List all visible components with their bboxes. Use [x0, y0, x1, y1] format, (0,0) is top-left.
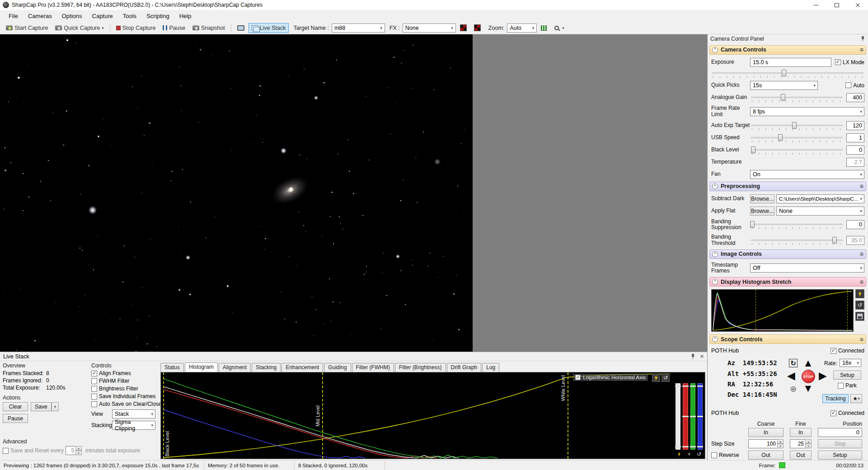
section-menu-icon[interactable]: ≡ [860, 278, 863, 286]
zoom-dropdown[interactable]: Auto ▾ [507, 24, 537, 33]
slew-stop-button[interactable]: STOP [802, 370, 815, 383]
reset-mini-button[interactable]: ↺ [695, 451, 703, 458]
tracking-rate-star-button[interactable]: ★▾ [850, 394, 862, 403]
fit-mini-button[interactable]: + [685, 451, 693, 458]
save-dropdown-button[interactable]: ▾ [52, 402, 59, 411]
focuser-stop-button[interactable]: Stop [818, 439, 862, 448]
timestamp-frames-dropdown[interactable]: Off ▾ [750, 263, 864, 273]
save-individual-checkbox[interactable] [91, 394, 97, 400]
focus-in-coarse-button[interactable]: In [748, 428, 784, 437]
black-level-value[interactable]: 0 [846, 146, 864, 155]
slew-down-button[interactable]: ▼ [803, 383, 813, 394]
preview-display-button[interactable] [234, 24, 248, 33]
brightness-filter-checkbox[interactable] [91, 386, 97, 392]
close-button[interactable] [847, 0, 868, 10]
tab-histogram[interactable]: Histogram [185, 362, 218, 372]
section-menu-icon[interactable]: ≡ [860, 336, 863, 343]
focus-in-fine-button[interactable]: In [790, 428, 812, 437]
start-capture-button[interactable]: Start Capture [3, 23, 51, 33]
flat-checker-button[interactable] [471, 23, 484, 33]
reset-stretch-button[interactable]: ↺ [662, 374, 670, 382]
menu-scripting[interactable]: Scripting [141, 11, 174, 21]
park-checkbox[interactable] [838, 383, 844, 389]
black-level-slider[interactable] [750, 146, 844, 155]
spin-up-icon[interactable]: ▲ [75, 446, 82, 451]
fx-dropdown[interactable]: None ▾ [403, 24, 456, 33]
blue-level-slider[interactable] [698, 383, 703, 450]
focus-out-fine-button[interactable]: Out [790, 451, 812, 460]
display-histogram-section-header[interactable]: ⌃ Display Histogram Stretch ≡ [709, 277, 866, 287]
apply-flat-dropdown[interactable]: None ▾ [776, 207, 864, 216]
slider-thumb[interactable] [782, 70, 786, 76]
exposure-slider[interactable] [711, 69, 864, 78]
camera-preview-image[interactable] [0, 34, 473, 352]
auto-exp-target-slider[interactable] [750, 121, 844, 130]
menu-capture[interactable]: Capture [87, 11, 118, 21]
tab-guiding[interactable]: Guiding [324, 363, 351, 372]
pin-icon[interactable] [690, 354, 695, 359]
frame-rate-dropdown[interactable]: 8 fps ▾ [750, 107, 864, 116]
apply-flat-browse-button[interactable]: Browse... [750, 207, 774, 216]
tab-enhancement[interactable]: Enhancement [282, 363, 323, 372]
rate-dropdown[interactable]: 16x ▾ [840, 359, 861, 367]
clear-button[interactable]: Clear [3, 402, 28, 411]
log-axis-checkbox[interactable] [575, 375, 581, 380]
close-icon[interactable] [700, 354, 704, 358]
auto-exp-target-value[interactable]: 120 [846, 121, 864, 130]
align-frames-checkbox[interactable] [91, 371, 97, 376]
quick-picks-dropdown[interactable]: 15s ▾ [750, 81, 818, 90]
banding-suppression-value[interactable]: 0 [846, 220, 864, 229]
save-reset-spinner[interactable]: 5 ▲▼ [66, 446, 82, 455]
auto-stretch-button[interactable] [652, 374, 660, 382]
auto-stretch-mini-button[interactable] [676, 451, 683, 458]
maximize-button[interactable] [826, 0, 847, 10]
focuser-setup-button[interactable]: Setup [818, 451, 862, 460]
slew-up-button[interactable]: ▲ [803, 358, 813, 368]
spin-up-icon[interactable]: ▲ [805, 439, 812, 444]
dark-checker-button[interactable] [457, 23, 470, 33]
tab-drift-graph[interactable]: Drift Graph [447, 363, 482, 372]
white-level-line[interactable] [568, 372, 568, 459]
auto-stretch-button[interactable] [855, 289, 864, 298]
tab-log[interactable]: Log [482, 363, 499, 372]
subtract-dark-browse-button[interactable]: Browse... [750, 194, 774, 203]
luminance-level-slider[interactable] [676, 383, 680, 450]
reset-stretch-button[interactable]: ↺ [855, 301, 864, 310]
pin-icon[interactable] [860, 36, 865, 42]
slider-thumb[interactable] [792, 122, 797, 129]
menu-options[interactable]: Options [57, 11, 87, 21]
auto-save-checkbox[interactable] [91, 401, 97, 407]
coarse-step-spinner[interactable]: 100 ▲▼ [748, 439, 784, 448]
mid-level-line[interactable] [322, 372, 323, 459]
spin-up-icon[interactable]: ▲ [777, 439, 784, 444]
subtract-dark-dropdown[interactable]: C:\Users\Steph\Desktop\SharpC... ▾ [776, 194, 864, 203]
view-dropdown[interactable]: Stack ▾ [112, 409, 155, 418]
live-stack-button[interactable]: Live Stack [249, 23, 289, 33]
focus-out-coarse-button[interactable]: Out [748, 451, 784, 460]
snapshot-button[interactable]: Snapshot [189, 23, 228, 33]
fwhm-filter-checkbox[interactable] [91, 378, 97, 384]
banding-suppression-slider[interactable] [750, 220, 844, 229]
usb-speed-slider[interactable] [750, 133, 844, 142]
scope-connected-checkbox[interactable] [830, 348, 836, 354]
spin-down-icon[interactable]: ▼ [805, 444, 812, 448]
usb-speed-value[interactable]: 1 [846, 133, 864, 142]
minimize-button[interactable] [806, 0, 826, 10]
stop-capture-button[interactable]: Stop Capture [113, 23, 159, 33]
pause-button[interactable]: Pause [160, 23, 188, 33]
analogue-gain-slider[interactable] [750, 93, 844, 102]
exposure-input[interactable]: 15.0 s [750, 58, 831, 67]
slew-left-button[interactable]: ◀ [787, 371, 795, 381]
spiral-search-button[interactable]: ↻ [789, 359, 798, 367]
camera-controls-section-header[interactable]: ⌃ Camera Controls ≡ [709, 45, 866, 55]
tab-stacking[interactable]: Stacking [252, 363, 281, 372]
auto-exposure-checkbox[interactable] [845, 82, 851, 88]
section-menu-icon[interactable]: ≡ [860, 46, 863, 53]
fine-step-spinner[interactable]: 25 ▲▼ [790, 439, 812, 448]
fan-dropdown[interactable]: On ▾ [750, 170, 864, 179]
tab-filter-fwhm[interactable]: Filter (FWHM) [352, 363, 394, 372]
zoom-tool-button[interactable]: ▾ [551, 24, 568, 32]
green-level-slider[interactable] [690, 383, 695, 450]
stacking-dropdown[interactable]: Sigma Clipping ▾ [112, 421, 155, 430]
pause-stack-button[interactable]: Pause [3, 414, 28, 423]
